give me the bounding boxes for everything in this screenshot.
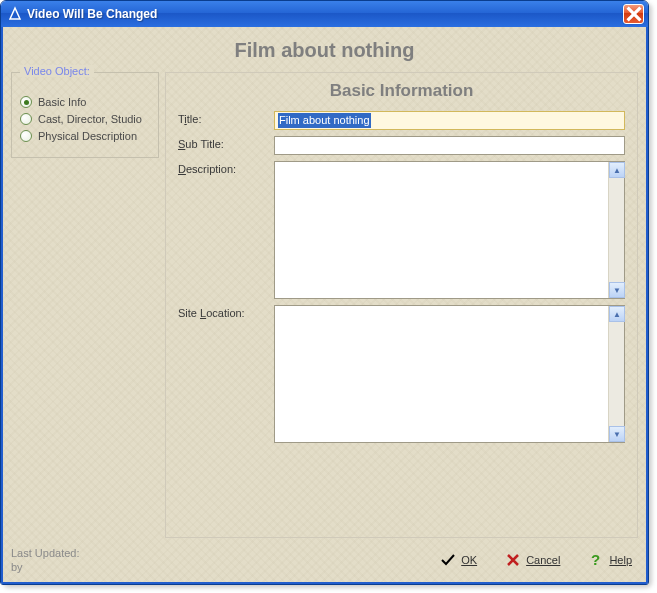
cancel-label: Cancel (526, 554, 560, 566)
description-textarea[interactable]: ▲ ▼ (274, 161, 625, 299)
group-legend: Video Object: (20, 65, 94, 77)
sitelocation-textarea[interactable]: ▲ ▼ (274, 305, 625, 443)
sitelocation-label: Site Location: (178, 305, 268, 443)
app-icon (7, 6, 23, 22)
radio-icon (20, 96, 32, 108)
subtitle-label: Sub Title: (178, 136, 268, 155)
dialog-window: Video Will Be Changed Film about nothing… (0, 0, 649, 585)
description-label: Description: (178, 161, 268, 299)
video-object-group: Video Object: Basic Info Cast, Director,… (11, 72, 159, 158)
main-panel: Basic Information Title: Film about noth… (165, 72, 638, 538)
radio-label: Cast, Director, Studio (38, 113, 142, 125)
titlebar: Video Will Be Changed (1, 1, 648, 27)
page-title: Film about nothing (11, 39, 638, 62)
window-title: Video Will Be Changed (27, 7, 623, 21)
title-input[interactable]: Film about nothing (274, 111, 625, 130)
check-icon (440, 552, 456, 568)
cancel-button[interactable]: Cancel (505, 552, 560, 568)
footer: Last Updated: by OK Cancel (11, 546, 638, 574)
radio-cast-director-studio[interactable]: Cast, Director, Studio (20, 113, 150, 125)
scroll-down-icon[interactable]: ▼ (609, 426, 625, 442)
scroll-down-icon[interactable]: ▼ (609, 282, 625, 298)
svg-text:?: ? (591, 552, 600, 568)
cancel-icon (505, 552, 521, 568)
title-label: Title: (178, 111, 268, 130)
radio-basic-info[interactable]: Basic Info (20, 96, 150, 108)
ok-label: OK (461, 554, 477, 566)
scroll-up-icon[interactable]: ▲ (609, 306, 625, 322)
radio-icon (20, 113, 32, 125)
scroll-up-icon[interactable]: ▲ (609, 162, 625, 178)
radio-icon (20, 130, 32, 142)
window-body: Film about nothing Video Object: Basic I… (1, 27, 648, 584)
sitelocation-value (275, 306, 608, 442)
ok-button[interactable]: OK (440, 552, 477, 568)
help-label: Help (609, 554, 632, 566)
close-button[interactable] (623, 4, 644, 24)
radio-physical-description[interactable]: Physical Description (20, 130, 150, 142)
panel-heading: Basic Information (178, 81, 625, 101)
help-button[interactable]: ? Help (588, 552, 632, 568)
subtitle-input[interactable] (274, 136, 625, 155)
scrollbar[interactable]: ▲ ▼ (608, 162, 624, 298)
help-icon: ? (588, 552, 604, 568)
radio-label: Basic Info (38, 96, 86, 108)
title-input-value: Film about nothing (278, 113, 371, 128)
scrollbar[interactable]: ▲ ▼ (608, 306, 624, 442)
description-value (275, 162, 608, 298)
sidebar: Video Object: Basic Info Cast, Director,… (11, 72, 159, 158)
last-updated: Last Updated: by (11, 546, 80, 574)
radio-label: Physical Description (38, 130, 137, 142)
